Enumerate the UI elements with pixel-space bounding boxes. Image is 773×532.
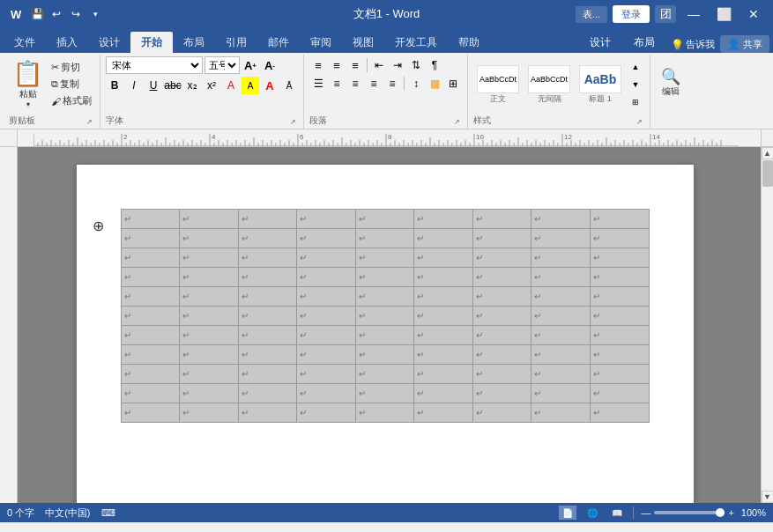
table-cell[interactable]: ↵ bbox=[297, 287, 356, 307]
table-cell[interactable]: ↵ bbox=[121, 326, 180, 345]
table-cell[interactable]: ↵ bbox=[238, 287, 297, 307]
customize-qa-button[interactable]: ▾ bbox=[86, 5, 104, 23]
style-normal[interactable]: AaBbCcDt 正文 bbox=[473, 63, 523, 107]
table-cell[interactable]: ↵ bbox=[297, 268, 356, 287]
table-cell[interactable]: ↵ bbox=[121, 365, 180, 384]
tab-layout-right[interactable]: 布局 bbox=[623, 32, 665, 53]
table-cell[interactable]: ↵ bbox=[414, 326, 473, 345]
table-cell[interactable]: ↵ bbox=[590, 326, 649, 345]
table-cell[interactable]: ↵ bbox=[121, 307, 180, 326]
tab-review[interactable]: 审阅 bbox=[300, 32, 342, 53]
table-cell[interactable]: ↵ bbox=[180, 287, 239, 307]
table-cell[interactable]: ↵ bbox=[238, 268, 297, 287]
align-right-button[interactable]: ≡ bbox=[346, 75, 364, 92]
text-effect-button[interactable]: A bbox=[222, 77, 240, 94]
bold-button[interactable]: B bbox=[106, 77, 123, 94]
italic-button[interactable]: I bbox=[125, 77, 143, 94]
table-cell[interactable]: ↵ bbox=[180, 307, 239, 326]
table-cell[interactable]: ↵ bbox=[590, 384, 649, 403]
sort-button[interactable]: ⇅ bbox=[407, 56, 425, 74]
table-cell[interactable]: ↵ bbox=[180, 210, 239, 229]
table-cell[interactable]: ↵ bbox=[472, 365, 531, 384]
scroll-track[interactable] bbox=[762, 159, 773, 491]
table-cell[interactable]: ↵ bbox=[238, 384, 297, 403]
paragraph-expand-button[interactable]: ↗ bbox=[451, 116, 462, 127]
table-cell[interactable]: ↵ bbox=[590, 287, 649, 307]
table-cell[interactable]: ↵ bbox=[472, 307, 531, 326]
table-cell[interactable]: ↵ bbox=[590, 229, 649, 248]
maximize-button[interactable]: ⬜ bbox=[711, 5, 736, 23]
table-cell[interactable]: ↵ bbox=[121, 268, 180, 287]
table-cell[interactable]: ↵ bbox=[355, 268, 414, 287]
table-cell[interactable]: ↵ bbox=[121, 248, 180, 268]
table-cell[interactable]: ↵ bbox=[472, 287, 531, 307]
table-cell[interactable]: ↵ bbox=[355, 365, 414, 384]
copy-button[interactable]: ⧉ 复制 bbox=[48, 77, 94, 92]
table-cell[interactable]: ↵ bbox=[180, 403, 239, 423]
web-layout-button[interactable]: 🌐 bbox=[583, 506, 601, 520]
table-cell[interactable]: ↵ bbox=[414, 248, 473, 268]
clipboard-expand-button[interactable]: ↗ bbox=[84, 116, 94, 127]
table-cell[interactable]: ↵ bbox=[355, 229, 414, 248]
table-cell[interactable]: ↵ bbox=[121, 210, 180, 229]
table-cell[interactable]: ↵ bbox=[590, 248, 649, 268]
increase-indent-button[interactable]: ⇥ bbox=[389, 56, 406, 74]
table-cell[interactable]: ↵ bbox=[414, 307, 473, 326]
read-mode-button[interactable]: 📖 bbox=[608, 506, 626, 520]
table-cell[interactable]: ↵ bbox=[121, 384, 180, 403]
save-button[interactable]: 💾 bbox=[28, 5, 46, 23]
document-area[interactable]: ⊕ ↵↵↵↵↵↵↵↵↵↵↵↵↵↵↵↵↵↵↵↵↵↵↵↵↵↵↵↵↵↵↵↵↵↵↵↵↵↵… bbox=[18, 147, 761, 503]
bullet-list-button[interactable]: ≡ bbox=[309, 56, 327, 74]
table-cell[interactable]: ↵ bbox=[238, 210, 297, 229]
justify-button[interactable]: ≡ bbox=[365, 75, 383, 92]
line-spacing-button[interactable]: ↕ bbox=[407, 75, 425, 92]
table-cell[interactable]: ↵ bbox=[355, 287, 414, 307]
scroll-down-button[interactable]: ▼ bbox=[762, 491, 774, 503]
font-size-select[interactable]: 五号 bbox=[204, 56, 240, 74]
table-cell[interactable]: ↵ bbox=[531, 365, 591, 384]
zoom-slider[interactable] bbox=[654, 511, 725, 514]
table-cell[interactable]: ↵ bbox=[180, 229, 239, 248]
table-cell[interactable]: ↵ bbox=[472, 229, 531, 248]
table-cell[interactable]: ↵ bbox=[121, 287, 180, 307]
table-cell[interactable]: ↵ bbox=[472, 326, 531, 345]
zoom-thumb[interactable] bbox=[716, 508, 725, 517]
styles-expand[interactable]: ⊞ bbox=[627, 93, 644, 111]
table-cell[interactable]: ↵ bbox=[414, 287, 473, 307]
highlight-button[interactable]: A bbox=[242, 77, 259, 94]
tab-design[interactable]: 设计 bbox=[88, 32, 130, 53]
table-cell[interactable]: ↵ bbox=[238, 403, 297, 423]
table-cell[interactable]: ↵ bbox=[414, 210, 473, 229]
table-cell[interactable]: ↵ bbox=[355, 403, 414, 423]
table-cell[interactable]: ↵ bbox=[472, 248, 531, 268]
styles-scroll-down[interactable]: ▼ bbox=[627, 76, 644, 93]
table-cell[interactable]: ↵ bbox=[355, 345, 414, 365]
font-color-button[interactable]: A bbox=[261, 77, 279, 94]
table-cell[interactable]: ↵ bbox=[180, 345, 239, 365]
table-cell[interactable]: ↵ bbox=[590, 403, 649, 423]
redo-button[interactable]: ↪ bbox=[67, 5, 85, 23]
table-cell[interactable]: ↵ bbox=[355, 307, 414, 326]
decrease-indent-button[interactable]: ⇤ bbox=[370, 56, 388, 74]
document-table[interactable]: ↵↵↵↵↵↵↵↵↵↵↵↵↵↵↵↵↵↵↵↵↵↵↵↵↵↵↵↵↵↵↵↵↵↵↵↵↵↵↵↵… bbox=[121, 209, 650, 423]
undo-button[interactable]: ↩ bbox=[48, 5, 65, 23]
table-cell[interactable]: ↵ bbox=[590, 210, 649, 229]
tab-home[interactable]: 开始 bbox=[130, 32, 173, 53]
table-cell[interactable]: ↵ bbox=[297, 384, 356, 403]
table-cell[interactable]: ↵ bbox=[121, 345, 180, 365]
table-cell[interactable]: ↵ bbox=[414, 403, 473, 423]
table-cell[interactable]: ↵ bbox=[355, 210, 414, 229]
team-button[interactable]: 团 bbox=[655, 5, 676, 23]
table-cell[interactable]: ↵ bbox=[531, 248, 591, 268]
table-cell[interactable]: ↵ bbox=[297, 403, 356, 423]
table-cell[interactable]: ↵ bbox=[180, 248, 239, 268]
number-list-button[interactable]: ≡ bbox=[328, 56, 346, 74]
table-cell[interactable]: ↵ bbox=[590, 268, 649, 287]
table-cell[interactable]: ↵ bbox=[355, 384, 414, 403]
format-painter-button[interactable]: 🖌 格式刷 bbox=[48, 93, 94, 108]
tab-mailings[interactable]: 邮件 bbox=[257, 32, 300, 53]
table-cell[interactable]: ↵ bbox=[355, 326, 414, 345]
table-cell[interactable]: ↵ bbox=[531, 384, 591, 403]
cut-button[interactable]: ✂ 剪切 bbox=[48, 60, 94, 75]
styles-scroll-up[interactable]: ▲ bbox=[627, 58, 644, 76]
